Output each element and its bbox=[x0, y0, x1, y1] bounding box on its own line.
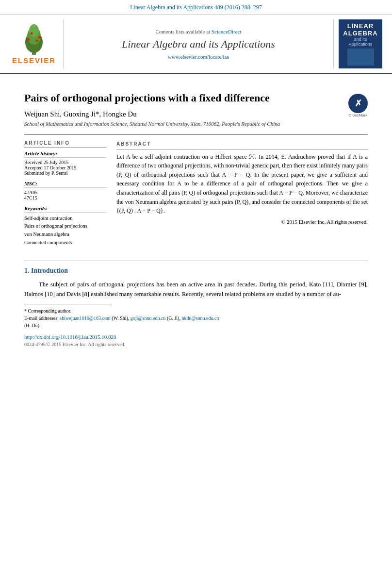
keywords-block: Keywords: Self-adjoint contraction Pairs… bbox=[24, 205, 107, 247]
history-label: Article history: bbox=[24, 150, 107, 158]
badge-applications: Applications bbox=[349, 42, 373, 47]
journal-url[interactable]: www.elsevier.com/locate/laa bbox=[168, 54, 229, 60]
doi-line[interactable]: http://dx.doi.org/10.1016/j.laa.2015.10.… bbox=[24, 333, 368, 341]
badge-linear: LINEAR bbox=[347, 22, 374, 30]
email3-link[interactable]: hkdu@snnu.edu.cn bbox=[181, 315, 219, 321]
badge-algebra: ALGEBRA bbox=[343, 30, 377, 37]
email-label: E-mail addresses: bbox=[24, 315, 59, 321]
keyword-1: Self-adjoint contraction bbox=[24, 215, 107, 223]
email1-name: (W. Shi), bbox=[112, 315, 129, 321]
tree-icon bbox=[15, 24, 53, 55]
keyword-3: von Neumann algebra bbox=[24, 231, 107, 239]
journal-badge: LINEAR ALGEBRA and its Applications bbox=[339, 19, 382, 68]
intro-heading: 1. Introduction bbox=[24, 267, 368, 275]
crossmark-container: ✗ CrossMark bbox=[348, 94, 368, 117]
badge-and-its: and its bbox=[354, 37, 367, 42]
crossmark-icon: ✗ bbox=[348, 94, 368, 113]
keywords-label: Keywords: bbox=[24, 205, 107, 213]
article-info-column: ARTICLE INFO Article history: Received 2… bbox=[24, 140, 107, 252]
email3-name: (H. Du). bbox=[24, 323, 41, 328]
keyword-2: Pairs of orthogonal projections bbox=[24, 222, 107, 231]
svg-point-5 bbox=[38, 36, 41, 39]
svg-point-6 bbox=[31, 32, 33, 34]
authors-line: Weijuan Shi, Guoxing Ji*, Hongke Du bbox=[24, 110, 368, 118]
msc-block: MSC: 47A05 47C15 bbox=[24, 181, 107, 200]
submitted-by: Submitted by P. Semrl bbox=[24, 170, 107, 176]
doi-url[interactable]: http://dx.doi.org/10.1016/j.laa.2015.10.… bbox=[24, 334, 116, 340]
abstract-header: ABSTRACT bbox=[116, 140, 368, 149]
sciencedirect-link[interactable]: ScienceDirect bbox=[212, 29, 242, 34]
corresponding-label: * Corresponding author. bbox=[24, 308, 71, 314]
svg-point-3 bbox=[29, 24, 39, 37]
elsevier-logo: ELSEVIER bbox=[10, 19, 58, 68]
crossmark-label: CrossMark bbox=[348, 113, 368, 117]
journal-title: Linear Algebra and its Applications bbox=[122, 38, 275, 50]
author-affiliation: School of Mathematics and Information Sc… bbox=[24, 121, 368, 127]
email-addresses-line: E-mail addresses: shiwejuan1016@163.com … bbox=[24, 315, 368, 322]
section-title: Introduction bbox=[31, 267, 68, 274]
history-block: Article history: Received 25 July 2015 A… bbox=[24, 150, 107, 176]
email2-name: (G. Ji), bbox=[167, 315, 180, 321]
paper-title: Pairs of orthogonal projections with a f… bbox=[24, 91, 368, 105]
msc-label: MSC: bbox=[24, 181, 107, 188]
issn-line: 0024-3795/© 2015 Elsevier Inc. All right… bbox=[24, 341, 368, 348]
info-abstract-columns: ARTICLE INFO Article history: Received 2… bbox=[24, 134, 368, 252]
contents-line: Contents lists available at ScienceDirec… bbox=[155, 29, 241, 34]
section-divider bbox=[24, 261, 368, 261]
keyword-4: Connected components bbox=[24, 239, 107, 247]
journal-citation: Linear Algebra and its Applications 489 … bbox=[0, 0, 392, 15]
journal-header: ELSEVIER Contents lists available at Sci… bbox=[0, 15, 392, 74]
introduction-section: 1. Introduction The subject of pairs of … bbox=[24, 267, 368, 299]
email2-link[interactable]: gxji@snnu.edu.cn bbox=[131, 315, 166, 321]
section-number: 1. bbox=[24, 267, 31, 274]
elsevier-name: ELSEVIER bbox=[12, 56, 56, 65]
article-info-header: ARTICLE INFO bbox=[24, 140, 107, 148]
abstract-column: ABSTRACT Let A be a self-adjoint contrac… bbox=[116, 140, 368, 252]
footnote-divider bbox=[24, 304, 112, 304]
paper-content: ✗ CrossMark Pairs of orthogonal projecti… bbox=[0, 74, 392, 348]
intro-paragraph-1: The subject of pairs of orthogonal proje… bbox=[24, 280, 368, 299]
svg-point-7 bbox=[36, 39, 38, 42]
email3-name-line: (H. Du). bbox=[24, 322, 368, 329]
copyright: © 2015 Elsevier Inc. All rights reserved… bbox=[116, 218, 368, 226]
msc2: 47C15 bbox=[24, 195, 107, 200]
footnotes: * Corresponding author. E-mail addresses… bbox=[24, 307, 368, 348]
corresponding-author-note: * Corresponding author. bbox=[24, 307, 368, 315]
svg-point-4 bbox=[27, 38, 30, 41]
accepted-date: Accepted 17 October 2015 bbox=[24, 165, 107, 170]
badge-image bbox=[347, 49, 374, 66]
email1-link[interactable]: shiwejuan1016@163.com bbox=[60, 315, 110, 321]
citation-text: Linear Algebra and its Applications 489 … bbox=[130, 4, 262, 11]
msc1: 47A05 bbox=[24, 190, 107, 195]
journal-info-center: Contents lists available at ScienceDirec… bbox=[63, 19, 334, 68]
issn-text: 0024-3795/© 2015 Elsevier Inc. All right… bbox=[24, 342, 125, 347]
abstract-text: Let A be a self-adjoint contraction on a… bbox=[116, 152, 368, 216]
received-date: Received 25 July 2015 bbox=[24, 160, 107, 165]
